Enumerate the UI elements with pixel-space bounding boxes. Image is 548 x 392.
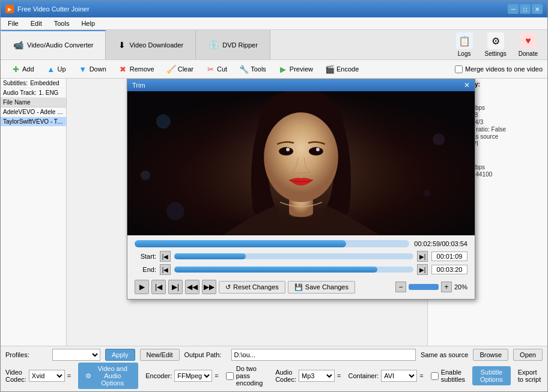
start-slider[interactable]: [174, 253, 413, 259]
encoder-group: Encoder: FFMpeg =: [145, 370, 218, 382]
video-audio-options-label: Video and Audio Options: [94, 365, 131, 387]
browse-button[interactable]: Browse: [473, 349, 508, 361]
step-back-button[interactable]: ◀◀: [185, 280, 199, 294]
end-slider-fill: [174, 267, 377, 273]
close-button[interactable]: ✕: [532, 4, 543, 14]
menu-edit[interactable]: Edit: [28, 19, 44, 28]
reset-changes-label: Reset Changes: [233, 283, 279, 291]
video-scene: [127, 91, 475, 235]
video-codec-group: Video Codec: Xvid =: [5, 369, 71, 383]
go-start-button[interactable]: |◀: [151, 280, 166, 294]
down-button[interactable]: ▼ Down: [73, 62, 112, 76]
logs-button[interactable]: 📋 Logs: [451, 30, 478, 59]
tools-button[interactable]: 🔧 Tools: [234, 62, 272, 76]
save-icon: 💾: [294, 283, 303, 291]
progress-bar-container[interactable]: [135, 240, 409, 247]
list-item[interactable]: AdeleVEVO - Adele - H...: [1, 107, 66, 117]
apply-button[interactable]: Apply: [105, 349, 135, 361]
container-select[interactable]: AVI: [381, 370, 417, 382]
logs-icon: 📋: [456, 32, 473, 49]
gear-icon: ⚙: [85, 372, 91, 380]
end-go-end-button[interactable]: ▶|: [417, 264, 428, 275]
end-label: End:: [135, 266, 156, 273]
cut-button[interactable]: ✂ Cut: [200, 62, 233, 76]
add-button[interactable]: ✚ Add: [5, 62, 40, 76]
merge-label: Merge videos to one video: [465, 65, 543, 73]
tab-label-video-downloader: Video Downloader: [129, 41, 183, 49]
same-as-source-label: Same as source: [421, 351, 468, 358]
svg-point-6: [166, 202, 184, 220]
codec-row: Video Codec: Xvid = ⚙ Video and Audio Op…: [5, 363, 543, 389]
volume-increase-button[interactable]: +: [441, 282, 452, 292]
two-pass-checkbox[interactable]: [226, 372, 234, 380]
settings-icon: ⚙: [487, 32, 504, 49]
end-time-input[interactable]: 00:03:20: [431, 265, 467, 274]
file-name-header: File Name: [3, 99, 31, 106]
tab-video-audio-converter[interactable]: 📹 Video/Audio Converter: [1, 30, 106, 59]
list-item[interactable]: TaylorSwiftVEVO - Tay...: [1, 117, 66, 127]
up-button[interactable]: ▲ Up: [41, 62, 72, 76]
container-equal-icon: =: [419, 372, 423, 379]
remove-button[interactable]: ✖ Remove: [113, 62, 160, 76]
add-label: Add: [22, 65, 34, 73]
tab-video-downloader[interactable]: ⬇ Video Downloader: [106, 30, 196, 59]
start-go-start-button[interactable]: |◀: [160, 251, 171, 262]
save-changes-label: Save Changes: [305, 283, 349, 291]
container-group: Container: AVI =: [348, 370, 423, 382]
output-path-label: Output Path:: [184, 351, 227, 358]
dialog-close-button[interactable]: ✕: [464, 81, 470, 89]
reset-changes-button[interactable]: ↺ Reset Changes: [219, 281, 285, 294]
start-row: Start: |◀ ▶| 00:01:09: [135, 251, 467, 262]
new-edit-button[interactable]: New/Edit: [140, 349, 180, 361]
preview-button[interactable]: ▶ Preview: [273, 62, 318, 76]
audio-track-value: 1. ENG: [39, 89, 59, 96]
minimize-button[interactable]: ─: [508, 4, 519, 14]
preview-label: Preview: [290, 65, 313, 73]
encoder-select[interactable]: FFMpeg: [174, 370, 212, 382]
start-time-input[interactable]: 00:01:09: [431, 252, 467, 261]
up-icon: ▲: [46, 64, 56, 74]
tab-dvd-ripper[interactable]: 💿 DVD Ripper: [196, 30, 270, 59]
profiles-output-row: Profiles: Apply New/Edit Output Path: D:…: [5, 349, 543, 361]
action-toolbar: ✚ Add ▲ Up ▼ Down ✖ Remove 🧹 Clear ✂ Cut…: [1, 60, 547, 79]
subtitle-options-button[interactable]: Subtitle Options: [472, 366, 511, 385]
tab-label-video-audio: Video/Audio Converter: [27, 41, 93, 49]
menu-tools[interactable]: Tools: [52, 19, 72, 28]
two-pass-label: Do two pass encoding: [236, 365, 268, 387]
output-path-input[interactable]: D:\ou...: [231, 349, 416, 361]
settings-button[interactable]: ⚙ Settings: [480, 30, 511, 59]
play-button[interactable]: ▶: [135, 280, 149, 294]
end-slider[interactable]: [174, 267, 413, 273]
merge-checkbox[interactable]: [455, 65, 463, 73]
step-forward-button[interactable]: ▶|: [168, 280, 183, 294]
encode-button[interactable]: 🎬 Encode: [320, 62, 364, 76]
audio-codec-select[interactable]: Mp3: [299, 370, 335, 382]
open-button[interactable]: Open: [513, 349, 543, 361]
audio-codec-equal-icon: =: [337, 372, 341, 379]
menu-file[interactable]: File: [5, 19, 21, 28]
save-changes-button[interactable]: 💾 Save Changes: [288, 281, 355, 294]
volume-decrease-button[interactable]: −: [395, 282, 406, 292]
video-audio-converter-icon: 📹: [13, 40, 23, 50]
clear-button[interactable]: 🧹 Clear: [161, 62, 199, 76]
step-ff-button[interactable]: ▶▶: [202, 280, 216, 294]
tools-label: Tools: [251, 65, 266, 73]
remove-label: Remove: [130, 65, 154, 73]
video-audio-options-button[interactable]: ⚙ Video and Audio Options: [78, 363, 138, 389]
donate-button[interactable]: ♥ Donate: [514, 30, 543, 59]
cut-label: Cut: [217, 65, 227, 73]
profiles-select[interactable]: [52, 349, 100, 361]
start-go-end-button[interactable]: ▶|: [417, 251, 428, 262]
audio-track-label: Audio Track:: [3, 89, 37, 96]
main-content: Subtitles: Embedded Audio Track: 1. ENG …: [1, 79, 547, 346]
title-bar-left: ▶ Free Video Cutter Joiner: [5, 5, 90, 13]
video-codec-select[interactable]: Xvid: [29, 370, 65, 382]
down-icon: ▼: [78, 64, 88, 74]
end-go-start-button[interactable]: |◀: [160, 264, 171, 275]
tools-icon: 🔧: [239, 64, 249, 74]
enable-subtitles-checkbox[interactable]: [431, 372, 439, 380]
menu-help[interactable]: Help: [79, 19, 97, 28]
left-panel: Subtitles: Embedded Audio Track: 1. ENG …: [1, 79, 67, 346]
portrait-svg: [127, 91, 475, 235]
maximize-button[interactable]: □: [520, 4, 531, 14]
